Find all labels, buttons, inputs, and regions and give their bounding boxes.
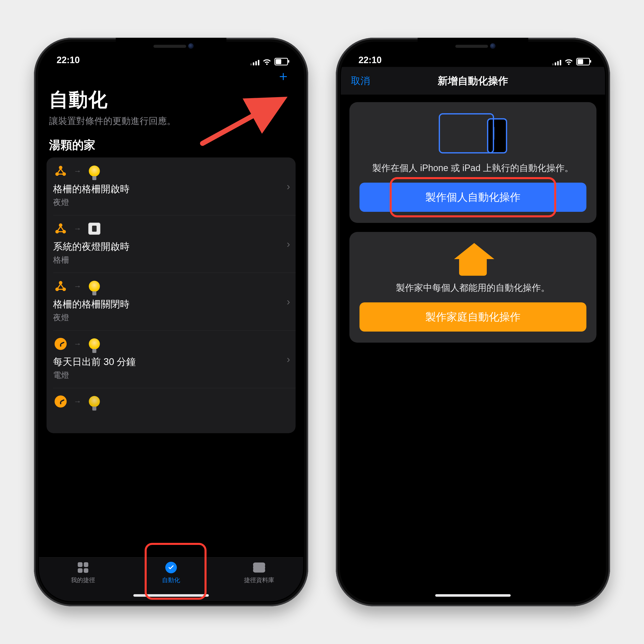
automation-subtitle: 夜燈 xyxy=(53,312,289,323)
cancel-button[interactable]: 取消 xyxy=(351,74,370,87)
status-icons xyxy=(250,58,288,65)
devices-icon xyxy=(439,113,507,153)
modal-title: 新增自動化操作 xyxy=(438,74,508,88)
home-section-title: 湯顆的家 xyxy=(49,137,293,153)
tab-label: 捷徑資料庫 xyxy=(244,576,274,584)
add-automation-button[interactable]: ＋ xyxy=(276,69,290,83)
home-automation-card: 製作家中每個人都能用的自動化操作。 製作家庭自動化操作 xyxy=(349,232,596,343)
automation-subtitle: 夜燈 xyxy=(53,197,289,208)
scene-icon xyxy=(53,279,68,294)
personal-automation-card: 製作在個人 iPhone 或 iPad 上執行的自動化操作。 製作個人自動化操作 xyxy=(349,102,596,223)
bulb-icon xyxy=(87,164,102,179)
tab-my-shortcuts[interactable]: 我的捷徑 xyxy=(39,561,127,584)
battery-icon xyxy=(274,58,288,65)
home-description: 製作家中每個人都能用的自動化操作。 xyxy=(396,281,550,294)
cellular-icon xyxy=(250,59,259,65)
chevron-right-icon: › xyxy=(287,181,290,192)
automation-row[interactable]: → xyxy=(47,388,296,433)
tab-automation[interactable]: 自動化 xyxy=(127,561,215,584)
gallery-icon xyxy=(253,561,266,574)
home-indicator[interactable] xyxy=(435,594,511,597)
arrow-right-icon: → xyxy=(74,167,81,175)
clock-icon xyxy=(53,394,68,409)
scene-icon xyxy=(53,221,68,236)
status-icons xyxy=(552,58,590,65)
modal-header: 取消 新增自動化操作 xyxy=(341,67,605,95)
notch xyxy=(116,38,226,55)
status-time: 22:10 xyxy=(358,55,382,65)
wifi-icon xyxy=(263,59,271,65)
arrow-right-icon: → xyxy=(74,340,81,348)
notch xyxy=(418,38,528,55)
automation-row[interactable]: → 格柵的格柵關閉時 夜燈 › xyxy=(47,273,296,330)
page-subtitle: 讓裝置對條件的更動進行回應。 xyxy=(49,115,293,127)
battery-icon xyxy=(576,58,590,65)
home-icon xyxy=(454,243,492,273)
phone-right: 22:10 取消 新增自動化操作 xyxy=(336,38,610,606)
home-indicator[interactable] xyxy=(133,594,209,597)
svg-point-6 xyxy=(59,281,62,285)
personal-description: 製作在個人 iPhone 或 iPad 上執行的自動化操作。 xyxy=(372,162,574,175)
automation-title: 每天日出前 30 分鐘 xyxy=(53,355,289,368)
automation-row[interactable]: → 系統的夜燈開啟時 格柵 › xyxy=(47,215,296,273)
tab-label: 自動化 xyxy=(162,576,180,584)
automation-title: 格柵的格柵關閉時 xyxy=(53,298,289,311)
chevron-right-icon: › xyxy=(287,353,290,365)
arrow-right-icon: → xyxy=(74,282,81,291)
svg-point-3 xyxy=(59,223,62,227)
arrow-right-icon: → xyxy=(74,224,81,233)
bulb-icon xyxy=(87,336,102,351)
arrow-right-icon: → xyxy=(74,397,81,406)
tab-gallery[interactable]: 捷徑資料庫 xyxy=(215,561,303,584)
grid-icon xyxy=(76,561,90,574)
phone-left: 22:10 ＋ xyxy=(34,38,308,606)
switch-icon xyxy=(87,221,102,236)
automation-title: 系統的夜燈開啟時 xyxy=(53,240,289,253)
create-personal-automation-button[interactable]: 製作個人自動化操作 xyxy=(359,183,586,212)
scene-icon xyxy=(53,164,68,179)
tab-label: 我的捷徑 xyxy=(71,576,95,584)
svg-point-0 xyxy=(59,166,62,169)
chevron-right-icon: › xyxy=(287,296,290,307)
automation-subtitle: 格柵 xyxy=(53,255,289,266)
automation-list: → 格柵的格柵開啟時 夜燈 › xyxy=(47,157,296,433)
bulb-icon xyxy=(87,394,102,409)
status-time: 22:10 xyxy=(57,55,80,65)
bulb-icon xyxy=(87,279,102,294)
automation-subtitle: 電燈 xyxy=(53,370,289,381)
create-home-automation-button[interactable]: 製作家庭自動化操作 xyxy=(359,302,586,332)
automation-row[interactable]: → 格柵的格柵開啟時 夜燈 › xyxy=(47,157,296,215)
page-title: 自動化 xyxy=(49,87,293,113)
chevron-right-icon: › xyxy=(287,238,290,250)
automation-icon xyxy=(165,561,178,574)
cellular-icon xyxy=(552,59,561,65)
wifi-icon xyxy=(565,59,573,65)
clock-icon xyxy=(53,336,68,351)
automation-row[interactable]: → 每天日出前 30 分鐘 電燈 › xyxy=(47,330,296,388)
automation-title: 格柵的格柵開啟時 xyxy=(53,183,289,195)
